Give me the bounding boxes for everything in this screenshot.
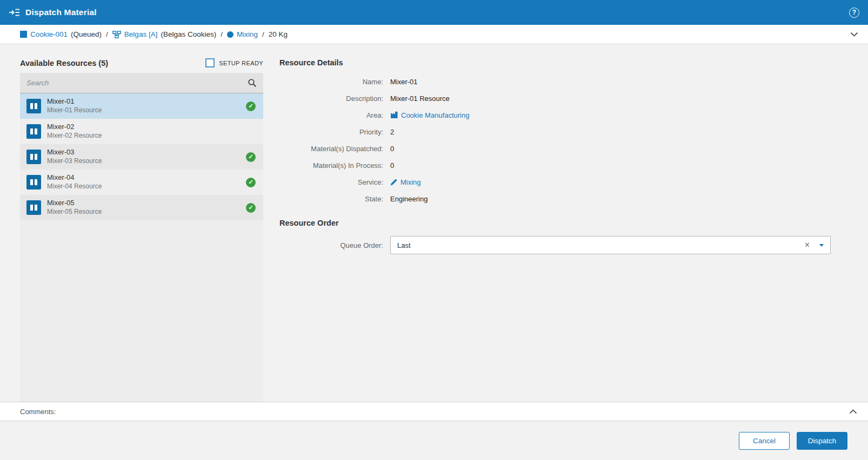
detail-field-row: Material(s) In Process: 0 — [279, 160, 831, 171]
detail-field-label: Description: — [279, 94, 383, 103]
top-bar: Dispatch Material ? — [0, 0, 868, 25]
resource-text: Mixer-03 Mixer-03 Resource — [47, 148, 102, 165]
queue-order-value: Last — [397, 241, 805, 249]
setup-ready-label: SETUP READY — [219, 60, 263, 66]
resource-name: Mixer-03 — [47, 148, 102, 157]
setup-ready-check-icon: ✓ — [246, 152, 256, 162]
setup-ready-checkbox[interactable] — [205, 58, 215, 67]
resource-name: Mixer-01 — [47, 97, 102, 106]
resource-list-item[interactable]: Mixer-01 Mixer-01 Resource ✓ — [20, 93, 263, 119]
page-title: Dispatch Material — [25, 8, 97, 17]
resource-description: Mixer-04 Resource — [47, 182, 102, 191]
breadcrumb-item: Mixing — [227, 30, 258, 38]
area-icon — [390, 111, 398, 119]
resource-details-heading: Resource Details — [279, 58, 831, 67]
available-resources-panel: Available Resources (5) SETUP READY Mixe… — [20, 58, 263, 402]
breadcrumb-link[interactable]: Mixing — [237, 30, 258, 38]
breadcrumb-item: Cookie-001(Queued) — [20, 30, 102, 38]
resource-machine-icon — [26, 200, 41, 215]
resource-description: Mixer-03 Resource — [47, 157, 102, 166]
breadcrumb-separator: / — [262, 30, 264, 38]
resource-list-item[interactable]: Mixer-04 Mixer-04 Resource ✓ — [20, 170, 263, 195]
detail-field-value: 2 — [390, 128, 394, 136]
breadcrumb-item: 20 Kg — [269, 30, 288, 38]
search-icon[interactable] — [248, 78, 257, 87]
queue-order-select[interactable]: Last × — [390, 236, 831, 254]
resource-list-item[interactable]: Mixer-05 Mixer-05 Resource ✓ — [20, 195, 263, 220]
breadcrumb-item: Belgas [A](Belgas Cookies) — [112, 30, 216, 38]
search-input[interactable] — [26, 79, 248, 87]
detail-field-value: 0 — [390, 145, 394, 153]
clear-icon[interactable]: × — [805, 241, 810, 249]
setup-ready-check-icon: ✓ — [246, 102, 256, 111]
detail-field-value[interactable]: Cookie Manufacturing — [390, 111, 469, 119]
resource-order-heading: Resource Order — [279, 219, 831, 227]
comments-label: Comments: — [20, 408, 56, 416]
breadcrumb: Cookie-001(Queued)/Belgas [A](Belgas Coo… — [20, 30, 288, 38]
operation-circle-icon — [227, 31, 233, 38]
resource-details-panel: Resource Details Name: Mixer-01 Descript… — [279, 58, 848, 402]
resource-name: Mixer-05 — [47, 199, 102, 208]
resource-name: Mixer-04 — [47, 173, 102, 182]
breadcrumb-separator: / — [106, 30, 108, 38]
resource-list: Mixer-01 Mixer-01 Resource ✓ Mixer-02 Mi… — [20, 93, 263, 402]
detail-field-row: Service: Mixing — [279, 177, 831, 187]
queue-order-label: Queue Order: — [279, 241, 383, 249]
detail-field-row: Priority: 2 — [279, 126, 831, 137]
detail-field-row: Area: Cookie Manufacturing — [279, 110, 831, 120]
detail-field-value: 0 — [390, 161, 394, 170]
available-resources-heading: Available Resources (5) — [20, 59, 108, 67]
dispatch-button[interactable]: Dispatch — [797, 432, 847, 450]
material-square-icon — [20, 31, 27, 38]
detail-field-row: Name: Mixer-01 — [279, 76, 831, 87]
detail-link-text[interactable]: Mixing — [400, 178, 421, 186]
resource-text: Mixer-05 Mixer-05 Resource — [47, 199, 102, 216]
detail-field-label: Material(s) Dispatched: — [279, 145, 383, 153]
setup-ready-toggle[interactable]: SETUP READY — [205, 58, 263, 67]
resource-machine-icon — [26, 150, 41, 164]
breadcrumb-link[interactable]: Cookie-001 — [30, 30, 68, 38]
detail-field-value[interactable]: Mixing — [390, 178, 421, 186]
help-icon[interactable]: ? — [849, 8, 859, 18]
resource-list-item[interactable]: Mixer-03 Mixer-03 Resource ✓ — [20, 144, 263, 170]
detail-field-row: Material(s) Dispatched: 0 — [279, 143, 831, 154]
detail-field-label: Material(s) In Process: — [279, 161, 383, 170]
breadcrumb-separator: / — [221, 30, 223, 38]
resource-machine-icon — [26, 99, 41, 113]
dropdown-caret-icon[interactable] — [819, 244, 824, 247]
detail-field-value: Mixer-01 — [390, 78, 418, 86]
available-resources-header: Available Resources (5) SETUP READY — [20, 58, 263, 67]
setup-ready-check-icon: ✓ — [246, 203, 256, 213]
resource-search-bar — [20, 73, 263, 93]
setup-ready-check-icon: ✓ — [246, 178, 256, 187]
detail-field-label: Priority: — [279, 128, 383, 136]
resource-text: Mixer-04 Mixer-04 Resource — [47, 173, 102, 191]
chevron-down-icon[interactable] — [850, 32, 858, 37]
main-content: Available Resources (5) SETUP READY Mixe… — [0, 44, 868, 402]
detail-field-value: Engineering — [390, 195, 428, 203]
resource-machine-icon — [26, 124, 41, 139]
breadcrumb-bar: Cookie-001(Queued)/Belgas [A](Belgas Coo… — [0, 25, 868, 44]
detail-field-row: Description: Mixer-01 Resource — [279, 93, 831, 104]
breadcrumb-link[interactable]: Belgas [A] — [124, 30, 158, 38]
resource-description: Mixer-02 Resource — [47, 132, 102, 140]
detail-field-label: State: — [279, 195, 383, 203]
detail-field-row: State: Engineering — [279, 193, 831, 204]
queue-order-row: Queue Order: Last × — [279, 236, 831, 254]
service-icon — [390, 179, 397, 186]
detail-field-label: Name: — [279, 78, 383, 86]
resource-name: Mixer-02 — [47, 123, 102, 132]
detail-link-text[interactable]: Cookie Manufacturing — [401, 111, 469, 119]
detail-field-value: Mixer-01 Resource — [390, 94, 450, 103]
breadcrumb-suffix: (Belgas Cookies) — [161, 30, 216, 38]
cancel-button[interactable]: Cancel — [739, 432, 790, 450]
breadcrumb-suffix: (Queued) — [71, 30, 102, 38]
comments-bar: Comments: — [0, 402, 868, 421]
breadcrumb-suffix: 20 Kg — [269, 30, 288, 38]
order-workflow-icon — [112, 31, 121, 38]
detail-field-label: Area: — [279, 111, 383, 119]
resource-text: Mixer-02 Mixer-02 Resource — [47, 123, 102, 140]
detail-fields: Name: Mixer-01 Description: Mixer-01 Res… — [279, 76, 831, 204]
chevron-up-icon[interactable] — [849, 409, 857, 414]
resource-list-item[interactable]: Mixer-02 Mixer-02 Resource ✓ — [20, 119, 263, 144]
